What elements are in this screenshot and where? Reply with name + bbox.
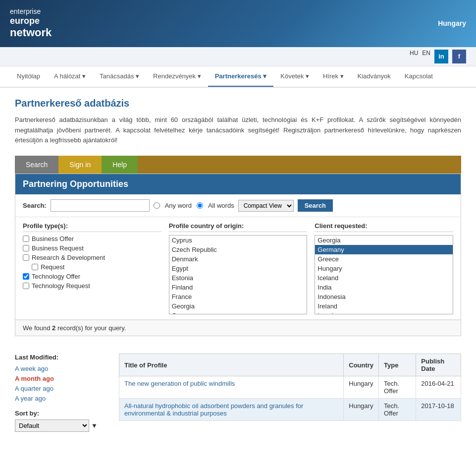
filter-month[interactable]: A month ago xyxy=(15,375,109,382)
radio-any-word[interactable] xyxy=(154,202,160,209)
nav-hirek[interactable]: Hírek ▾ xyxy=(316,66,351,87)
client-hungary[interactable]: Hungary xyxy=(315,264,453,273)
page-description: Partnerkereső adatbázisunkban a világ tö… xyxy=(15,115,461,146)
client-ireland[interactable]: Ireland xyxy=(315,301,453,311)
client-germany[interactable]: Germany xyxy=(315,245,453,254)
country-egypt[interactable]: Egypt xyxy=(169,264,307,273)
client-requested-title: Client requested: xyxy=(315,222,453,232)
result-date-2: 2017-10-18 xyxy=(416,399,461,421)
results-table-wrap: Title of Profile Country Type Publish Da… xyxy=(119,354,461,432)
client-georgia[interactable]: Georgia xyxy=(315,236,453,245)
search-input[interactable] xyxy=(51,199,150,212)
any-word-label: Any word xyxy=(165,202,192,209)
facebook-icon[interactable]: f xyxy=(452,50,466,63)
checkbox-technology-request[interactable]: Technology Request xyxy=(23,282,161,290)
result-link-1[interactable]: The new generation of public windmills xyxy=(124,380,235,387)
result-date-1: 2016-04-21 xyxy=(416,376,461,399)
search-row: Search: Any word All words Compact View … xyxy=(15,194,461,217)
lang-hu[interactable]: HU xyxy=(410,50,418,63)
last-modified-label: Last Modified: xyxy=(15,354,109,361)
search-button[interactable]: Search xyxy=(298,199,333,212)
header: enterprise europe network Hungary xyxy=(0,0,476,47)
tab-empty xyxy=(138,156,461,174)
col-date: Publish Date xyxy=(416,354,461,376)
country-estonia[interactable]: Estonia xyxy=(169,273,307,283)
bottom-section: Last Modified: A week ago A month ago A … xyxy=(0,346,476,439)
nav-halozat[interactable]: A hálózat ▾ xyxy=(47,66,93,87)
checkbox-tech-offer-input[interactable] xyxy=(23,273,29,280)
client-greece[interactable]: Greece xyxy=(315,254,453,264)
client-requested-list[interactable]: Georgia Germany Greece Hungary Iceland I… xyxy=(315,235,453,314)
sort-select[interactable]: Default xyxy=(15,419,89,432)
nav-rendezvenyek[interactable]: Rendezvények ▾ xyxy=(146,66,208,87)
nav-partnerkereses[interactable]: Partnerkeresés ▾ xyxy=(208,66,274,87)
search-label: Search: xyxy=(23,202,47,209)
client-india[interactable]: India xyxy=(315,283,453,292)
country-france[interactable]: France xyxy=(169,292,307,301)
page-title: Partnerkereső adatbázis xyxy=(15,98,461,109)
lang-bar: HU EN in f xyxy=(0,47,476,66)
country-denmark[interactable]: Denmark xyxy=(169,254,307,264)
sort-arrow-icon: ▼ xyxy=(91,422,98,429)
checkbox-tech-request-input[interactable] xyxy=(23,283,29,289)
header-right: Hungary xyxy=(438,19,466,27)
linkedin-icon[interactable]: in xyxy=(434,50,448,63)
tab-signin[interactable]: Sign in xyxy=(58,156,102,174)
header-country: Hungary xyxy=(438,19,466,27)
country-cyprus[interactable]: Cyprus xyxy=(169,236,307,245)
checkbox-request-input[interactable] xyxy=(32,264,38,270)
lang-en[interactable]: EN xyxy=(422,50,430,63)
checkbox-request[interactable]: Request xyxy=(32,263,161,271)
tabs-bar: Search Sign in Help xyxy=(15,156,461,174)
country-finland[interactable]: Finland xyxy=(169,283,307,292)
country-czech[interactable]: Czech Republic xyxy=(169,245,307,254)
client-iceland[interactable]: Iceland xyxy=(315,273,453,283)
result-type-1: Tech. Offer xyxy=(379,376,416,399)
result-title-1: The new generation of public windmills xyxy=(119,376,344,399)
nav-bar: Nyitólap A hálózat ▾ Tanácsadás ▾ Rendez… xyxy=(0,66,476,88)
filter-year[interactable]: A year ago xyxy=(15,395,109,402)
table-row: The new generation of public windmills H… xyxy=(119,376,461,399)
results-table: Title of Profile Country Type Publish Da… xyxy=(119,354,461,421)
nav-kapcsolat[interactable]: Kapcsolat xyxy=(398,66,440,87)
profile-country-title: Profile country of origin: xyxy=(169,222,308,232)
client-israel[interactable]: Israel xyxy=(315,311,453,314)
client-requested-col: Client requested: Georgia Germany Greece… xyxy=(315,222,453,314)
profile-country-col: Profile country of origin: Cyprus Czech … xyxy=(169,222,308,314)
nav-kovetek[interactable]: Követek ▾ xyxy=(273,66,316,87)
filter-week[interactable]: A week ago xyxy=(15,365,109,372)
profile-country-list[interactable]: Cyprus Czech Republic Denmark Egypt Esto… xyxy=(169,235,308,314)
tab-help[interactable]: Help xyxy=(102,156,138,174)
result-title-2: All-natural hydrophobic oil adsorbent po… xyxy=(119,399,344,421)
results-summary: We found 2 record(s) for your query. xyxy=(15,320,461,336)
nav-kiadvanayok[interactable]: Kiadványok xyxy=(351,66,398,87)
checkbox-technology-offer[interactable]: Technology Offer xyxy=(23,273,161,280)
country-germany[interactable]: Germany xyxy=(169,311,307,314)
filter-row: Profile type(s): Business Offer Business… xyxy=(15,217,461,320)
sort-label: Sort by: xyxy=(15,410,109,417)
checkbox-research-development[interactable]: Research & Development xyxy=(23,254,161,261)
nav-nyitolap[interactable]: Nyitólap xyxy=(10,66,47,87)
view-select[interactable]: Compact View Full View xyxy=(238,200,294,212)
client-indonesia[interactable]: Indonesia xyxy=(315,292,453,301)
col-type: Type xyxy=(379,354,416,376)
table-row: All-natural hydrophobic oil adsorbent po… xyxy=(119,399,461,421)
result-country-1: Hungary xyxy=(344,376,379,399)
nav-tanacsadas[interactable]: Tanácsadás ▾ xyxy=(93,66,146,87)
tab-search[interactable]: Search xyxy=(15,156,58,174)
checkbox-business-offer-input[interactable] xyxy=(23,236,29,242)
radio-all-words[interactable] xyxy=(197,202,203,209)
checkbox-business-request[interactable]: Business Request xyxy=(23,244,161,252)
filter-quarter[interactable]: A quarter ago xyxy=(15,385,109,392)
result-link-2[interactable]: All-natural hydrophobic oil adsorbent po… xyxy=(124,402,303,417)
partner-box-title: Partnering Opportunities xyxy=(23,179,128,189)
col-title: Title of Profile xyxy=(119,354,344,376)
col-country: Country xyxy=(344,354,379,376)
checkbox-rd-input[interactable] xyxy=(23,254,29,261)
page-content: Partnerkereső adatbázis Partnerkereső ad… xyxy=(0,88,476,346)
country-georgia[interactable]: Georgia xyxy=(169,301,307,311)
checkbox-business-offer[interactable]: Business Offer xyxy=(23,235,161,242)
logo: enterprise europe network xyxy=(10,7,52,40)
profile-types-col: Profile type(s): Business Offer Business… xyxy=(23,222,161,314)
checkbox-business-request-input[interactable] xyxy=(23,245,29,251)
